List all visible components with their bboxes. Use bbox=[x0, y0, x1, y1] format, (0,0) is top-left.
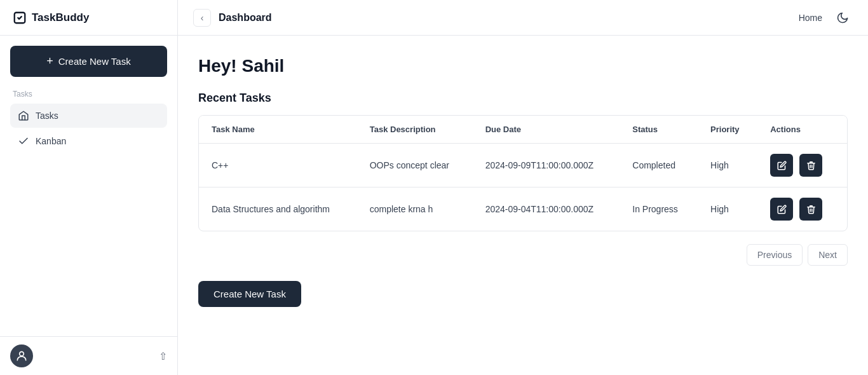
edit-button-1[interactable] bbox=[770, 198, 793, 221]
collapse-icon: ‹ bbox=[201, 13, 204, 23]
cell-task-name: Data Structures and algorithm bbox=[199, 188, 357, 231]
cell-priority: High bbox=[698, 188, 757, 231]
cell-due-date: 2024-09-09T11:00:00.000Z bbox=[473, 144, 620, 188]
previous-button[interactable]: Previous bbox=[747, 244, 803, 266]
edit-button-0[interactable] bbox=[770, 154, 793, 177]
main-content: ‹ Dashboard Home Hey! Sahil Recent Tasks… bbox=[178, 0, 868, 375]
create-task-label: Create New Task bbox=[58, 56, 131, 67]
section-title: Recent Tasks bbox=[198, 92, 848, 105]
bottom-create-task-button[interactable]: Create New Task bbox=[198, 281, 301, 307]
page-content: Hey! Sahil Recent Tasks Task Name Task D… bbox=[178, 36, 868, 375]
pagination: Previous Next bbox=[198, 244, 848, 266]
moon-icon bbox=[836, 11, 849, 24]
cell-task-description: complete krna h bbox=[357, 188, 473, 231]
tasks-nav-label: Tasks bbox=[36, 111, 58, 121]
delete-button-0[interactable] bbox=[799, 154, 822, 177]
sidebar-item-tasks[interactable]: Tasks bbox=[10, 104, 167, 128]
col-header-task-name: Task Name bbox=[199, 116, 357, 144]
home-link[interactable]: Home bbox=[799, 13, 822, 23]
cell-actions bbox=[757, 188, 847, 231]
col-header-priority: Priority bbox=[698, 116, 757, 144]
logo-icon bbox=[13, 11, 27, 25]
cell-priority: High bbox=[698, 144, 757, 188]
delete-button-1[interactable] bbox=[799, 198, 822, 221]
cell-due-date: 2024-09-04T11:00:00.000Z bbox=[473, 188, 620, 231]
next-button[interactable]: Next bbox=[808, 244, 848, 266]
tasks-table: Task Name Task Description Due Date Stat… bbox=[199, 116, 847, 231]
col-header-actions: Actions bbox=[757, 116, 847, 144]
topbar-right: Home bbox=[799, 8, 853, 28]
trash-icon bbox=[806, 161, 816, 170]
user-icon bbox=[15, 350, 28, 362]
home-icon bbox=[18, 110, 29, 121]
chevron-up-icon[interactable]: ⇧ bbox=[159, 350, 167, 362]
app-name: TaskBuddy bbox=[32, 11, 89, 24]
table-row: C++ OOPs concept clear 2024-09-09T11:00:… bbox=[199, 144, 847, 188]
sidebar-footer: ⇧ bbox=[0, 336, 177, 375]
topbar-left: ‹ Dashboard bbox=[193, 9, 272, 27]
svg-point-1 bbox=[20, 351, 24, 356]
topbar: ‹ Dashboard Home bbox=[178, 0, 868, 36]
col-header-status: Status bbox=[620, 116, 698, 144]
col-header-due-date: Due Date bbox=[473, 116, 620, 144]
avatar bbox=[10, 344, 33, 367]
sidebar: TaskBuddy + Create New Task Tasks Tasks … bbox=[0, 0, 178, 375]
kanban-nav-label: Kanban bbox=[36, 136, 66, 146]
table-row: Data Structures and algorithm complete k… bbox=[199, 188, 847, 231]
sidebar-item-kanban[interactable]: Kanban bbox=[10, 129, 167, 153]
trash-icon bbox=[806, 205, 816, 214]
edit-icon bbox=[777, 205, 787, 214]
edit-icon bbox=[777, 161, 787, 170]
cell-task-description: OOPs concept clear bbox=[357, 144, 473, 188]
cell-task-name: C++ bbox=[199, 144, 357, 188]
topbar-title: Dashboard bbox=[219, 12, 272, 24]
greeting-heading: Hey! Sahil bbox=[198, 56, 848, 76]
create-task-button[interactable]: + Create New Task bbox=[10, 46, 167, 77]
cell-status: Completed bbox=[620, 144, 698, 188]
cell-actions bbox=[757, 144, 847, 188]
plus-icon: + bbox=[46, 55, 53, 68]
cell-status: In Progress bbox=[620, 188, 698, 231]
table-header-row: Task Name Task Description Due Date Stat… bbox=[199, 116, 847, 144]
tasks-table-container: Task Name Task Description Due Date Stat… bbox=[198, 115, 848, 231]
col-header-task-description: Task Description bbox=[357, 116, 473, 144]
theme-toggle-button[interactable] bbox=[832, 8, 853, 28]
kanban-icon bbox=[18, 135, 29, 147]
collapse-sidebar-button[interactable]: ‹ bbox=[193, 9, 211, 27]
sidebar-logo: TaskBuddy bbox=[0, 0, 177, 36]
nav-section-label: Tasks bbox=[10, 90, 167, 99]
sidebar-content: + Create New Task Tasks Tasks Kanban bbox=[0, 36, 177, 336]
